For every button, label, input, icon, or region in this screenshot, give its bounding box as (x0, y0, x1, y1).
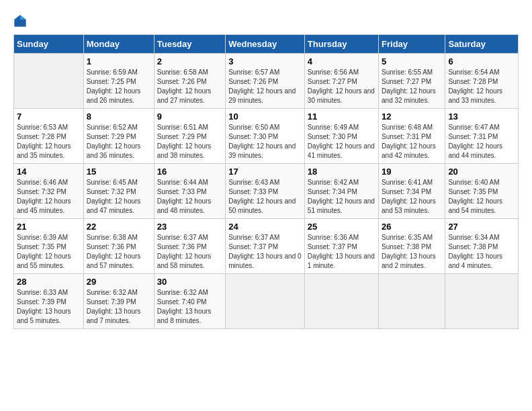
calendar-week-row: 7 Sunrise: 6:53 AM Sunset: 7:28 PM Dayli… (14, 109, 519, 164)
calendar-cell: 9 Sunrise: 6:51 AM Sunset: 7:29 PM Dayli… (154, 109, 225, 164)
daylight-label: Daylight: 13 hours and 1 minute. (308, 253, 375, 269)
sunset-label: Sunset: 7:31 PM (448, 133, 498, 140)
calendar-week-row: 21 Sunrise: 6:39 AM Sunset: 7:35 PM Dayl… (14, 219, 519, 274)
calendar-cell: 25 Sunrise: 6:36 AM Sunset: 7:37 PM Dayl… (304, 219, 378, 274)
daylight-label: Daylight: 12 hours and 32 minutes. (382, 87, 436, 104)
day-info: Sunrise: 6:53 AM Sunset: 7:28 PM Dayligh… (17, 123, 81, 161)
day-info: Sunrise: 6:48 AM Sunset: 7:31 PM Dayligh… (382, 123, 442, 161)
sunrise-label: Sunrise: 6:58 AM (157, 68, 208, 76)
sunset-label: Sunset: 7:37 PM (308, 243, 357, 250)
day-info: Sunrise: 6:43 AM Sunset: 7:33 PM Dayligh… (228, 178, 302, 216)
sunset-label: Sunset: 7:32 PM (87, 188, 136, 195)
calendar-cell: 23 Sunrise: 6:37 AM Sunset: 7:36 PM Dayl… (154, 219, 225, 274)
sunrise-label: Sunrise: 6:55 AM (382, 68, 433, 76)
sunrise-label: Sunrise: 6:47 AM (448, 124, 499, 131)
daylight-label: Daylight: 12 hours and 53 minutes. (382, 197, 436, 214)
daylight-label: Daylight: 12 hours and 29 minutes. (228, 87, 296, 104)
day-info: Sunrise: 6:51 AM Sunset: 7:29 PM Dayligh… (157, 123, 222, 161)
daylight-label: Daylight: 12 hours and 36 minutes. (87, 142, 141, 159)
day-info: Sunrise: 6:37 AM Sunset: 7:37 PM Dayligh… (228, 233, 302, 271)
weekday-header-row: SundayMondayTuesdayWednesdayThursdayFrid… (14, 35, 519, 54)
calendar-cell: 6 Sunrise: 6:54 AM Sunset: 7:28 PM Dayli… (445, 54, 519, 109)
calendar-cell: 2 Sunrise: 6:58 AM Sunset: 7:26 PM Dayli… (154, 54, 225, 109)
weekday-header-friday: Friday (379, 35, 445, 54)
sunrise-label: Sunrise: 6:43 AM (228, 179, 279, 186)
sunset-label: Sunset: 7:25 PM (87, 78, 136, 85)
sunset-label: Sunset: 7:34 PM (382, 188, 431, 195)
sunrise-label: Sunrise: 6:33 AM (17, 289, 68, 296)
sunrise-label: Sunrise: 6:49 AM (308, 124, 359, 131)
sunset-label: Sunset: 7:38 PM (382, 243, 431, 250)
calendar-cell: 15 Sunrise: 6:45 AM Sunset: 7:32 PM Dayl… (83, 164, 154, 219)
sunset-label: Sunset: 7:40 PM (157, 298, 207, 306)
weekday-header-saturday: Saturday (445, 35, 519, 54)
sunset-label: Sunset: 7:39 PM (17, 298, 66, 306)
daylight-label: Daylight: 12 hours and 55 minutes. (17, 253, 71, 269)
day-info: Sunrise: 6:38 AM Sunset: 7:36 PM Dayligh… (87, 233, 151, 271)
sunset-label: Sunset: 7:31 PM (382, 133, 431, 140)
day-number: 24 (228, 222, 302, 232)
daylight-label: Daylight: 13 hours and 7 minutes. (87, 308, 141, 324)
day-info: Sunrise: 6:45 AM Sunset: 7:32 PM Dayligh… (87, 178, 151, 216)
day-number: 6 (448, 56, 515, 66)
sunset-label: Sunset: 7:39 PM (87, 298, 136, 306)
calendar-cell: 7 Sunrise: 6:53 AM Sunset: 7:28 PM Dayli… (14, 109, 84, 164)
sunset-label: Sunset: 7:33 PM (228, 188, 278, 195)
calendar-cell: 11 Sunrise: 6:49 AM Sunset: 7:30 PM Dayl… (304, 109, 378, 164)
sunset-label: Sunset: 7:32 PM (17, 188, 66, 195)
calendar-cell: 26 Sunrise: 6:35 AM Sunset: 7:38 PM Dayl… (379, 219, 445, 274)
day-number: 12 (382, 111, 442, 122)
day-info: Sunrise: 6:39 AM Sunset: 7:35 PM Dayligh… (17, 233, 81, 271)
sunrise-label: Sunrise: 6:42 AM (308, 179, 359, 186)
sunset-label: Sunset: 7:27 PM (382, 78, 431, 85)
sunrise-label: Sunrise: 6:36 AM (308, 234, 359, 241)
calendar-cell: 13 Sunrise: 6:47 AM Sunset: 7:31 PM Dayl… (445, 109, 519, 164)
daylight-label: Daylight: 12 hours and 47 minutes. (87, 197, 141, 214)
daylight-label: Daylight: 12 hours and 48 minutes. (157, 197, 212, 214)
daylight-label: Daylight: 12 hours and 26 minutes. (87, 87, 141, 104)
sunrise-label: Sunrise: 6:52 AM (87, 124, 138, 131)
sunset-label: Sunset: 7:33 PM (157, 188, 207, 195)
daylight-label: Daylight: 12 hours and 41 minutes. (308, 142, 375, 159)
sunrise-label: Sunrise: 6:32 AM (87, 289, 138, 296)
sunrise-label: Sunrise: 6:34 AM (448, 234, 499, 241)
day-info: Sunrise: 6:55 AM Sunset: 7:27 PM Dayligh… (382, 68, 442, 105)
weekday-header-wednesday: Wednesday (226, 35, 305, 54)
sunrise-label: Sunrise: 6:40 AM (448, 179, 499, 186)
calendar-cell: 16 Sunrise: 6:44 AM Sunset: 7:33 PM Dayl… (154, 164, 225, 219)
daylight-label: Daylight: 12 hours and 58 minutes. (157, 253, 212, 269)
day-number: 21 (17, 222, 81, 232)
day-info: Sunrise: 6:52 AM Sunset: 7:29 PM Dayligh… (87, 123, 151, 161)
sunset-label: Sunset: 7:30 PM (228, 133, 278, 140)
sunset-label: Sunset: 7:27 PM (308, 78, 357, 85)
day-number: 23 (157, 222, 222, 232)
svg-marker-1 (20, 15, 26, 19)
daylight-label: Daylight: 13 hours and 0 minutes. (228, 253, 301, 269)
daylight-label: Daylight: 12 hours and 27 minutes. (157, 87, 212, 104)
day-info: Sunrise: 6:34 AM Sunset: 7:38 PM Dayligh… (448, 233, 515, 271)
sunset-label: Sunset: 7:28 PM (448, 78, 498, 85)
day-info: Sunrise: 6:35 AM Sunset: 7:38 PM Dayligh… (382, 233, 442, 271)
calendar-week-row: 1 Sunrise: 6:59 AM Sunset: 7:25 PM Dayli… (14, 54, 519, 109)
daylight-label: Daylight: 12 hours and 38 minutes. (157, 142, 212, 159)
calendar-cell (445, 274, 519, 329)
daylight-label: Daylight: 12 hours and 33 minutes. (448, 87, 502, 104)
day-number: 25 (308, 222, 375, 232)
day-number: 26 (382, 222, 442, 232)
logo (13, 13, 30, 28)
daylight-label: Daylight: 13 hours and 8 minutes. (157, 308, 212, 324)
day-number: 7 (17, 111, 81, 122)
day-number: 17 (228, 167, 302, 177)
day-number: 1 (87, 56, 151, 66)
calendar-cell: 17 Sunrise: 6:43 AM Sunset: 7:33 PM Dayl… (226, 164, 305, 219)
day-number: 20 (448, 167, 515, 177)
sunrise-label: Sunrise: 6:46 AM (17, 179, 68, 186)
day-info: Sunrise: 6:41 AM Sunset: 7:34 PM Dayligh… (382, 178, 442, 216)
daylight-label: Daylight: 13 hours and 4 minutes. (448, 253, 502, 269)
day-info: Sunrise: 6:54 AM Sunset: 7:28 PM Dayligh… (448, 68, 515, 105)
day-number: 13 (448, 111, 515, 122)
calendar-cell: 1 Sunrise: 6:59 AM Sunset: 7:25 PM Dayli… (83, 54, 154, 109)
sunrise-label: Sunrise: 6:32 AM (157, 289, 208, 296)
day-number: 27 (448, 222, 515, 232)
day-info: Sunrise: 6:50 AM Sunset: 7:30 PM Dayligh… (228, 123, 302, 161)
